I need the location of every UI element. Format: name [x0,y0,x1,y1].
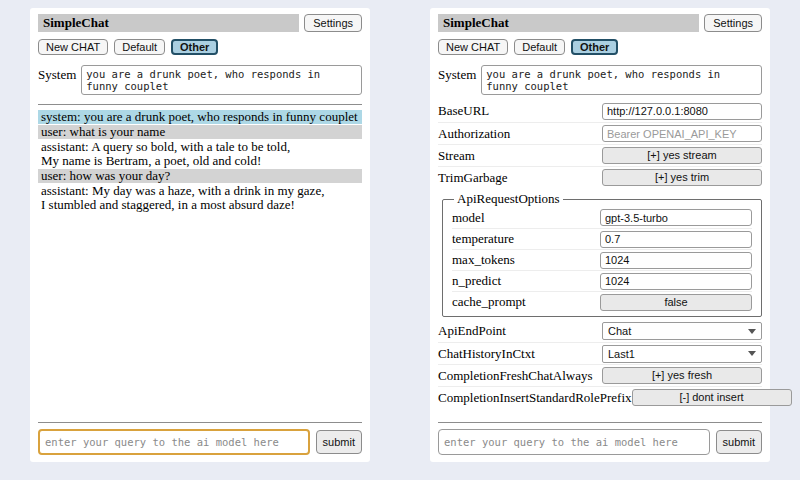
submit-button[interactable]: submit [716,430,762,454]
authorization-input[interactable] [602,125,762,142]
stream-label: Stream [438,148,602,164]
trimgarbage-toggle-button[interactable]: [+] yes trim [602,169,762,186]
system-prompt-row-left: System you are a drunk poet, who respond… [38,65,362,95]
query-input[interactable] [38,429,310,455]
session-tab-other[interactable]: Other [571,39,618,55]
stream-toggle-button[interactable]: [+] yes stream [602,147,762,164]
setting-row-cache-prompt: cache_prompt false [452,291,752,312]
max-tokens-input[interactable] [600,252,752,269]
api-request-options-legend: ApiRequestOptions [454,191,563,207]
header-right: SimpleChat Settings [438,14,762,32]
chat-history-selected-value: Last1 [608,348,748,360]
setting-row-chat-history-in-ctxt: ChatHistoryInCtxt Last1 [438,342,762,364]
temperature-label: temperature [452,231,600,247]
model-input[interactable] [600,209,752,226]
query-input[interactable] [438,429,710,455]
chat-history-in-ctxt-select[interactable]: Last1 [602,345,762,363]
system-label: System [38,65,76,95]
model-label: model [452,210,600,226]
settings-panel: SimpleChat Settings New CHAT Default Oth… [430,8,770,462]
chat-message-assistant: assistant: A query so bold, with a tale … [38,140,362,168]
header-left: SimpleChat Settings [38,14,362,32]
completion-fresh-chat-always-label: CompletionFreshChatAlways [438,368,602,384]
new-chat-button[interactable]: New CHAT [38,39,108,55]
session-tab-other[interactable]: Other [171,39,218,55]
setting-row-completion-insert-standard-role-prefix: CompletionInsertStandardRolePrefix [-] d… [438,386,762,408]
spacer [438,408,762,418]
session-toolbar-left: New CHAT Default Other [38,39,362,55]
chat-message-user: user: how was your day? [38,169,362,183]
submit-button[interactable]: submit [316,430,362,454]
setting-row-model: model [452,207,752,228]
chat-panel: SimpleChat Settings New CHAT Default Oth… [30,8,370,462]
baseurl-input[interactable] [602,103,762,120]
divider [438,422,762,423]
query-row-left: submit [38,429,362,455]
completion-insert-standard-role-prefix-label: CompletionInsertStandardRolePrefix [438,390,632,406]
app-title: SimpleChat [38,14,299,32]
setting-row-baseurl: BaseURL [438,100,762,122]
chat-message-system: system: you are a drunk poet, who respon… [38,110,362,124]
chat-log: system: you are a drunk poet, who respon… [38,110,362,213]
session-tab-default[interactable]: Default [114,39,165,55]
cache-prompt-label: cache_prompt [452,294,600,310]
api-endpoint-selected-value: Chat [608,325,748,337]
session-tab-default[interactable]: Default [514,39,565,55]
completion-fresh-chat-toggle-button[interactable]: [+] yes fresh [602,367,762,384]
api-endpoint-select[interactable]: Chat [602,322,762,340]
setting-row-api-endpoint: ApiEndPoint Chat [438,320,762,342]
api-request-options-fieldset: ApiRequestOptions model temperature max_… [442,191,762,317]
session-toolbar-right: New CHAT Default Other [438,39,762,55]
settings-button[interactable]: Settings [704,14,762,32]
setting-row-trimgarbage: TrimGarbage [+] yes trim [438,166,762,188]
chat-history-in-ctxt-label: ChatHistoryInCtxt [438,346,602,362]
chat-message-assistant: assistant: My day was a haze, with a dri… [38,184,362,212]
setting-row-completion-fresh-chat-always: CompletionFreshChatAlways [+] yes fresh [438,364,762,386]
new-chat-button[interactable]: New CHAT [438,39,508,55]
temperature-input[interactable] [600,231,752,248]
divider [38,104,362,105]
query-row-right: submit [438,429,762,455]
chevron-down-icon [748,351,756,356]
settings-button[interactable]: Settings [304,14,362,32]
authorization-label: Authorization [438,126,602,142]
baseurl-label: BaseURL [438,103,602,119]
setting-row-temperature: temperature [452,228,752,249]
api-endpoint-label: ApiEndPoint [438,323,602,339]
setting-row-authorization: Authorization [438,122,762,144]
spacer [38,213,362,418]
divider [38,422,362,423]
completion-insert-role-prefix-toggle-button[interactable]: [-] dont insert [632,389,792,406]
setting-row-stream: Stream [+] yes stream [438,144,762,166]
chat-message-user: user: what is your name [38,125,362,139]
n-predict-input[interactable] [600,273,752,290]
system-prompt-input[interactable]: you are a drunk poet, who responds in fu… [81,65,362,95]
cache-prompt-toggle-button[interactable]: false [600,294,752,311]
trimgarbage-label: TrimGarbage [438,170,602,186]
system-label: System [438,65,476,95]
system-prompt-row-right: System you are a drunk poet, who respond… [438,65,762,95]
chevron-down-icon [748,329,756,334]
setting-row-n-predict: n_predict [452,270,752,291]
n-predict-label: n_predict [452,273,600,289]
app-title: SimpleChat [438,14,699,32]
max-tokens-label: max_tokens [452,252,600,268]
setting-row-max-tokens: max_tokens [452,249,752,270]
system-prompt-input[interactable]: you are a drunk poet, who responds in fu… [481,65,762,95]
